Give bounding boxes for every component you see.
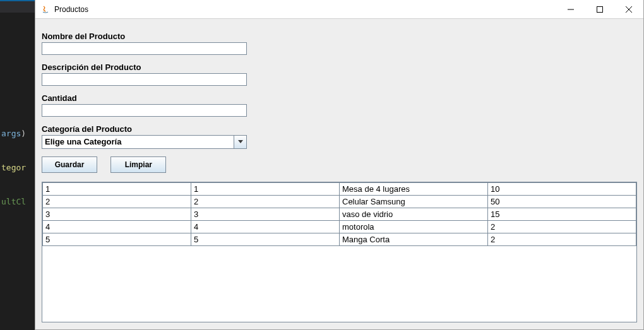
svg-marker-4 bbox=[238, 140, 243, 143]
table-row[interactable]: 11Mesa de 4 lugares10 bbox=[43, 183, 636, 196]
table-cell: 5 bbox=[43, 233, 191, 246]
table-cell: 50 bbox=[488, 196, 636, 208]
minimize-button[interactable] bbox=[556, 0, 585, 18]
table-cell: 3 bbox=[191, 208, 340, 221]
code-token: tegor bbox=[1, 162, 35, 174]
table-cell: 2 bbox=[43, 196, 191, 208]
table-cell: 5 bbox=[191, 233, 340, 246]
window-title: Productos bbox=[54, 5, 88, 14]
table-cell: 3 bbox=[43, 208, 191, 221]
table-row[interactable]: 33vaso de vidrio15 bbox=[43, 208, 636, 221]
table-cell: vaso de vidrio bbox=[340, 208, 488, 221]
categoria-selected: Elige una Categoría bbox=[42, 136, 234, 148]
categoria-combo[interactable]: Elige una Categoría bbox=[42, 135, 247, 149]
table-empty-space bbox=[42, 246, 636, 322]
code-token: args bbox=[1, 129, 21, 138]
table-cell: 4 bbox=[43, 221, 191, 233]
descripcion-input[interactable] bbox=[42, 73, 247, 86]
table-row[interactable]: 55Manga Corta2 bbox=[43, 233, 636, 246]
guardar-button[interactable]: Guardar bbox=[42, 156, 97, 173]
table-cell: 2 bbox=[488, 233, 636, 246]
table-cell: 4 bbox=[191, 221, 340, 233]
cantidad-label: Cantidad bbox=[42, 93, 637, 103]
table-cell: Celular Samsung bbox=[340, 196, 488, 208]
window-controls bbox=[556, 0, 643, 18]
titlebar[interactable]: Productos bbox=[35, 0, 643, 19]
close-button[interactable] bbox=[614, 0, 643, 18]
descripcion-label: Descripción del Producto bbox=[42, 62, 637, 72]
table-cell: Manga Corta bbox=[340, 233, 488, 246]
table-cell: 2 bbox=[488, 221, 636, 233]
table-cell: 10 bbox=[488, 183, 636, 196]
content-area: Nombre del Producto Descripción del Prod… bbox=[35, 19, 643, 329]
table-cell: motorola bbox=[340, 221, 488, 233]
table-cell: 2 bbox=[191, 196, 340, 208]
app-window: Productos Nombre del Producto Descripció… bbox=[35, 0, 644, 330]
nombre-label: Nombre del Producto bbox=[42, 32, 637, 41]
table-row[interactable]: 44motorola2 bbox=[43, 221, 636, 233]
cantidad-input[interactable] bbox=[42, 104, 247, 117]
productos-table: 11Mesa de 4 lugares1022Celular Samsung50… bbox=[42, 182, 637, 322]
table-row[interactable]: 22Celular Samsung50 bbox=[43, 196, 636, 208]
editor-background: args) tegor ultCl bbox=[0, 0, 35, 330]
svg-rect-1 bbox=[597, 6, 603, 12]
limpiar-button[interactable]: Limpiar bbox=[110, 156, 166, 173]
java-icon bbox=[40, 4, 51, 15]
table-cell: 15 bbox=[488, 208, 636, 221]
table-cell: 1 bbox=[43, 183, 191, 196]
table-cell: Mesa de 4 lugares bbox=[340, 183, 488, 196]
chevron-down-icon[interactable] bbox=[234, 136, 246, 148]
maximize-button[interactable] bbox=[585, 0, 614, 18]
nombre-input[interactable] bbox=[42, 42, 247, 55]
code-token: ) bbox=[21, 129, 26, 138]
code-token: ultCl bbox=[1, 196, 35, 208]
categoria-label: Categoría del Producto bbox=[42, 124, 637, 134]
table-cell: 1 bbox=[191, 183, 340, 196]
editor-tab-edge bbox=[0, 0, 35, 13]
